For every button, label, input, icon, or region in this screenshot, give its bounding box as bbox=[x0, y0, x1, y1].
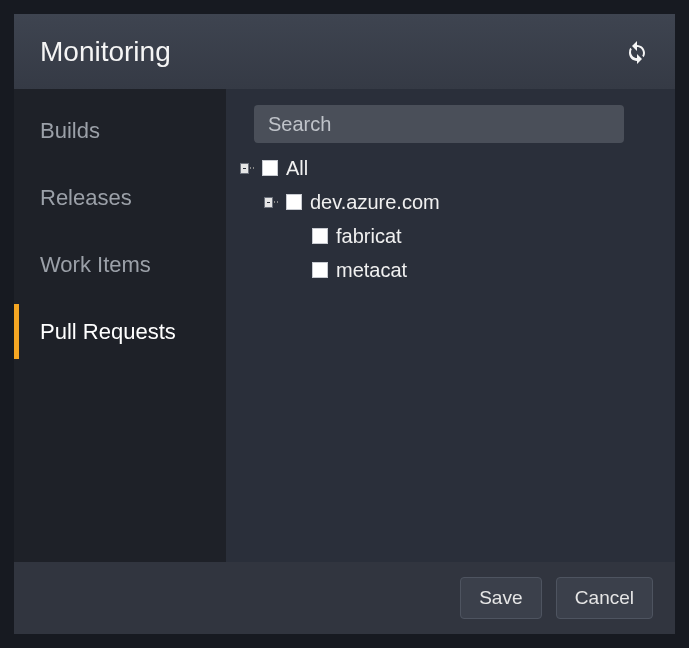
checkbox-dev-azure-com[interactable] bbox=[286, 194, 302, 210]
tree-label: All bbox=[286, 157, 308, 180]
search-wrap bbox=[234, 105, 655, 143]
expander-dev-azure-com[interactable] bbox=[264, 195, 278, 209]
sidebar-item-label: Work Items bbox=[40, 252, 151, 278]
tree-label: dev.azure.com bbox=[310, 191, 440, 214]
checkbox-all[interactable] bbox=[262, 160, 278, 176]
tree-node-all: All bbox=[234, 151, 655, 185]
tree-label: fabricat bbox=[336, 225, 402, 248]
sidebar-item-releases[interactable]: Releases bbox=[14, 164, 226, 231]
button-label: Cancel bbox=[575, 587, 634, 609]
expander-all[interactable] bbox=[240, 161, 254, 175]
tree-node-fabricat: fabricat bbox=[234, 219, 655, 253]
tree-node-metacat: metacat bbox=[234, 253, 655, 287]
save-button[interactable]: Save bbox=[460, 577, 542, 619]
search-input[interactable] bbox=[254, 105, 624, 143]
monitoring-window: Monitoring Builds Releases Work Items Pu… bbox=[14, 14, 675, 634]
checkbox-fabricat[interactable] bbox=[312, 228, 328, 244]
sidebar-item-workitems[interactable]: Work Items bbox=[14, 231, 226, 298]
footer: Save Cancel bbox=[14, 562, 675, 634]
sidebar-item-label: Pull Requests bbox=[40, 319, 176, 345]
checkbox-metacat[interactable] bbox=[312, 262, 328, 278]
cancel-button[interactable]: Cancel bbox=[556, 577, 653, 619]
button-label: Save bbox=[479, 587, 522, 609]
sidebar: Builds Releases Work Items Pull Requests bbox=[14, 89, 226, 562]
content-pane: All dev.azure.com fabricat metacat bbox=[226, 89, 675, 562]
sidebar-item-builds[interactable]: Builds bbox=[14, 97, 226, 164]
sidebar-item-label: Builds bbox=[40, 118, 100, 144]
body: Builds Releases Work Items Pull Requests bbox=[14, 89, 675, 562]
tree: All dev.azure.com fabricat metacat bbox=[234, 151, 655, 287]
page-title: Monitoring bbox=[40, 36, 171, 68]
tree-label: metacat bbox=[336, 259, 407, 282]
tree-node-dev-azure-com: dev.azure.com bbox=[234, 185, 655, 219]
header: Monitoring bbox=[14, 14, 675, 89]
sidebar-item-label: Releases bbox=[40, 185, 132, 211]
sidebar-item-pullrequests[interactable]: Pull Requests bbox=[14, 298, 226, 365]
refresh-icon bbox=[625, 40, 649, 64]
refresh-button[interactable] bbox=[623, 38, 651, 66]
